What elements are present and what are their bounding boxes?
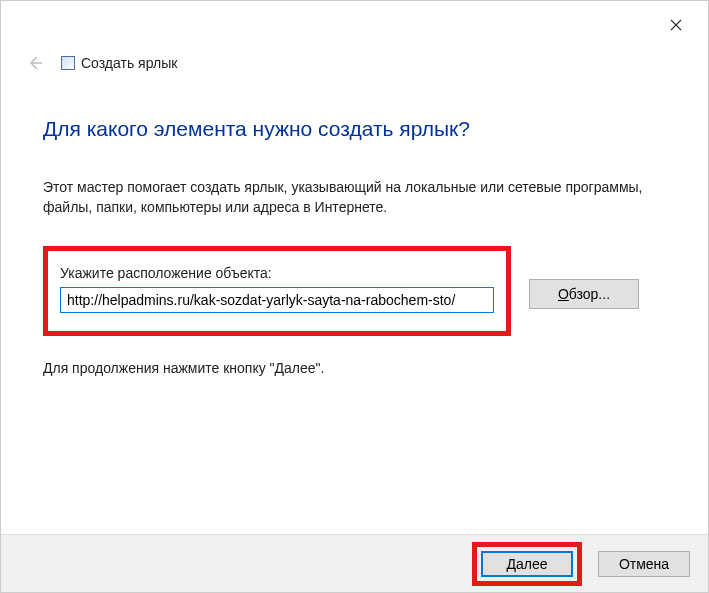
location-label: Укажите расположение объекта: [60, 265, 494, 281]
location-input-group: Укажите расположение объекта: [43, 246, 511, 336]
close-icon [670, 19, 682, 31]
browse-button[interactable]: Обзор... [529, 279, 639, 309]
wizard-title-wrap: Создать ярлык [61, 54, 177, 72]
close-button[interactable] [656, 9, 696, 41]
titlebar [1, 1, 708, 41]
description-text: Этот мастер помогает создать ярлык, указ… [43, 177, 666, 218]
next-button[interactable]: Далее [481, 551, 573, 577]
location-input[interactable] [60, 287, 494, 313]
wizard-title: Создать ярлык [81, 55, 177, 71]
shortcut-icon [61, 56, 75, 70]
footer-bar: Далее Отмена [1, 534, 708, 592]
header-row: Создать ярлык [1, 41, 708, 75]
cancel-button[interactable]: Отмена [598, 551, 690, 577]
next-button-highlight: Далее [472, 542, 582, 586]
content-area: Для какого элемента нужно создать ярлык?… [1, 75, 708, 376]
page-heading: Для какого элемента нужно создать ярлык? [43, 117, 666, 141]
back-button[interactable] [23, 51, 47, 75]
back-arrow-icon [26, 54, 44, 72]
continue-instruction: Для продолжения нажмите кнопку "Далее". [43, 360, 666, 376]
